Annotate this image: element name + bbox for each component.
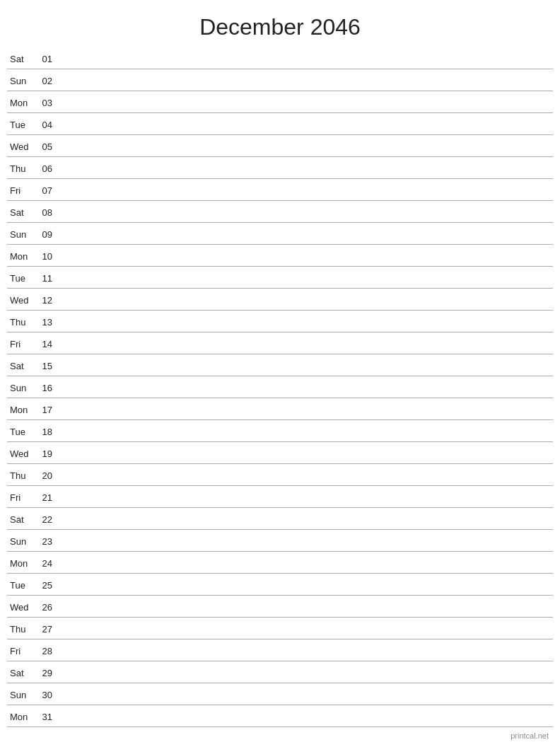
day-row: Mon17 [7, 398, 553, 420]
day-number: 07 [35, 185, 55, 196]
day-line [55, 234, 553, 235]
day-line [55, 629, 553, 630]
day-line [55, 300, 553, 301]
day-line [55, 366, 553, 366]
day-number: 18 [35, 427, 55, 437]
footer-credit: printcal.net [511, 731, 549, 740]
day-number: 25 [35, 580, 55, 591]
day-row: Wed05 [7, 135, 553, 157]
day-line [55, 344, 553, 344]
day-line [55, 432, 553, 432]
day-name: Wed [7, 602, 35, 613]
day-number: 13 [35, 317, 55, 328]
day-name: Sat [7, 514, 35, 525]
day-name: Fri [7, 492, 35, 503]
day-name: Sat [7, 361, 35, 371]
day-row: Thu27 [7, 618, 553, 639]
day-number: 14 [35, 339, 55, 349]
day-number: 16 [35, 383, 55, 393]
day-row: Sun23 [7, 530, 553, 552]
day-line [55, 190, 553, 191]
day-number: 30 [35, 690, 55, 700]
day-number: 19 [35, 448, 55, 459]
day-name: Mon [7, 98, 35, 108]
day-row: Mon03 [7, 91, 553, 113]
day-line [55, 212, 553, 213]
day-row: Tue25 [7, 574, 553, 596]
day-number: 24 [35, 558, 55, 569]
day-row: Sat29 [7, 661, 553, 683]
day-number: 26 [35, 602, 55, 613]
day-name: Sun [7, 76, 35, 86]
day-name: Wed [7, 295, 35, 306]
day-number: 01 [35, 54, 55, 64]
day-number: 08 [35, 207, 55, 218]
day-row: Fri21 [7, 486, 553, 508]
day-line [55, 717, 553, 717]
day-number: 17 [35, 405, 55, 415]
day-name: Sat [7, 668, 35, 678]
day-name: Wed [7, 448, 35, 459]
day-name: Tue [7, 120, 35, 130]
day-row: Sat01 [7, 47, 553, 69]
day-line [55, 519, 553, 520]
day-name: Fri [7, 339, 35, 349]
day-name: Sat [7, 207, 35, 218]
day-number: 11 [35, 273, 55, 284]
day-row: Thu06 [7, 157, 553, 179]
day-line [55, 168, 553, 169]
day-row: Wed19 [7, 442, 553, 464]
day-line [55, 673, 553, 673]
day-line [55, 497, 553, 498]
day-number: 06 [35, 163, 55, 174]
day-number: 04 [35, 120, 55, 130]
day-number: 20 [35, 470, 55, 481]
day-row: Tue04 [7, 113, 553, 135]
day-name: Wed [7, 141, 35, 152]
day-line [55, 607, 553, 608]
day-name: Sun [7, 690, 35, 700]
day-row: Tue18 [7, 420, 553, 442]
day-row: Sun30 [7, 683, 553, 705]
day-number: 27 [35, 624, 55, 635]
day-line [55, 695, 553, 695]
day-line [55, 146, 553, 147]
day-number: 23 [35, 536, 55, 547]
day-row: Tue11 [7, 267, 553, 289]
day-name: Tue [7, 580, 35, 591]
day-name: Fri [7, 646, 35, 656]
day-line [55, 322, 553, 323]
day-name: Sat [7, 54, 35, 64]
day-line [55, 541, 553, 542]
day-name: Sun [7, 383, 35, 393]
day-line [55, 563, 553, 564]
day-line [55, 410, 553, 410]
day-name: Sun [7, 536, 35, 547]
day-row: Sat22 [7, 508, 553, 530]
day-row: Wed12 [7, 289, 553, 311]
day-line [55, 651, 553, 652]
day-row: Fri28 [7, 639, 553, 661]
calendar-container: Sat01Sun02Mon03Tue04Wed05Thu06Fri07Sat08… [0, 47, 560, 727]
day-name: Mon [7, 405, 35, 415]
day-row: Wed26 [7, 596, 553, 618]
day-row: Sun16 [7, 376, 553, 398]
day-name: Mon [7, 712, 35, 722]
day-name: Thu [7, 163, 35, 174]
day-line [55, 59, 553, 59]
day-number: 03 [35, 98, 55, 108]
day-name: Tue [7, 427, 35, 437]
day-line [55, 475, 553, 476]
day-name: Tue [7, 273, 35, 284]
day-name: Thu [7, 317, 35, 328]
day-number: 09 [35, 229, 55, 240]
page-title: December 2046 [0, 0, 560, 47]
day-number: 21 [35, 492, 55, 503]
day-row: Thu20 [7, 464, 553, 486]
day-number: 12 [35, 295, 55, 306]
day-name: Thu [7, 470, 35, 481]
day-number: 28 [35, 646, 55, 656]
day-row: Sun09 [7, 223, 553, 245]
day-row: Mon31 [7, 705, 553, 727]
day-line [55, 81, 553, 81]
